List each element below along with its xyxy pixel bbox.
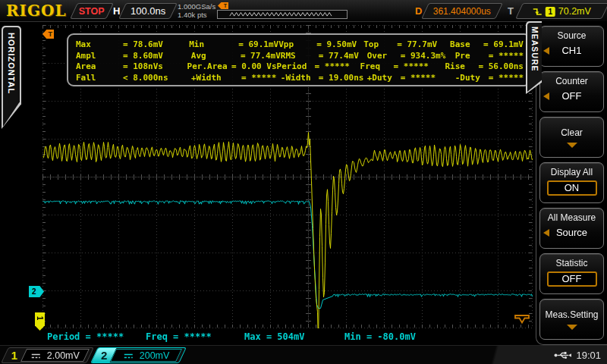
measure-value: < 8.000ns <box>123 73 168 83</box>
menu-button-clear[interactable]: Clear <box>539 117 604 158</box>
memory-waveform-icon <box>230 13 332 17</box>
measure-name: Period <box>277 61 315 71</box>
delay-label: D <box>415 5 422 17</box>
sample-rate: 1.000GSa/s <box>178 2 215 11</box>
falling-edge-icon <box>533 6 543 16</box>
channel1-number: 1 <box>5 348 24 362</box>
menu-button-label: Meas.Setting <box>540 309 603 320</box>
measure-cell: Max= 78.6mV <box>76 39 189 49</box>
measure-name: Rise <box>445 61 478 71</box>
left-arrow-icon <box>543 47 549 55</box>
bottom-measure-freq: Freq = ***** <box>146 331 212 342</box>
tab-measure-label: MEASURE <box>530 23 539 92</box>
measure-cell: Avg= 77.4mV <box>191 51 281 61</box>
measure-row: Area= 108nVsPer.Area= 0.00 VsPeriod= ***… <box>76 61 524 73</box>
measure-cell: Rise= 56.00ns <box>445 61 524 71</box>
oscilloscope-screen: RIGOL STOP H 100.0ns 1.000GSa/s 1.40k pt… <box>0 0 607 364</box>
measure-panel: Max= 78.6mVMin= 69.1mVVpp= 9.50mVTop= 77… <box>67 33 531 86</box>
measure-cell: Min= 69.1mV <box>189 39 278 49</box>
delay-value: 361.404000us <box>433 6 491 17</box>
menu-button-display-all[interactable]: Display AllON <box>539 162 604 203</box>
measure-row: Max= 78.6mVMin= 69.1mVVpp= 9.50mVTop= 77… <box>76 39 524 50</box>
measure-cell: Top= 77.7mV <box>363 39 450 49</box>
dc-coupling-icon <box>123 352 134 359</box>
menu-button-label: All Measure <box>540 212 603 223</box>
measure-name: Top <box>363 39 397 49</box>
menu-button-label: Counter <box>540 76 603 86</box>
tab-horizontal[interactable]: HORIZONTAL <box>2 26 21 129</box>
measure-value: = 934.3m% <box>401 51 446 61</box>
measure-cell: Pre= ***** <box>455 51 524 61</box>
timebase-display[interactable]: 100.0ns <box>118 3 178 19</box>
measure-cell: RMS= 77.4mV <box>281 51 367 61</box>
measure-cell: Fall< 8.000ns <box>76 73 191 83</box>
measure-value: = 77.4mV <box>241 51 281 61</box>
measure-value: = 77.7mV <box>397 39 437 49</box>
measure-menu: SourceCH1CounterOFFClearDisplay AllONAll… <box>536 21 607 345</box>
tab-measure[interactable]: MEASURE <box>526 21 542 94</box>
measure-cell: Over= 934.3m% <box>367 51 455 61</box>
measure-value: = ***** <box>489 73 524 83</box>
channel2-ground-marker[interactable]: 2 <box>29 286 44 297</box>
brand-logo: RIGOL <box>6 2 67 20</box>
menu-button-meas-setting[interactable]: Meas.Setting <box>539 299 604 340</box>
measure-cell: +Duty= ***** <box>367 73 455 83</box>
bottom-measure-min: Min = -80.0mV <box>344 331 416 342</box>
delay-display[interactable]: 361.404000us <box>421 3 503 19</box>
measure-name: Vpp <box>278 39 316 49</box>
measure-row: Fall< 8.000ns+Width= *****-Width= 19.00n… <box>76 72 524 83</box>
status-area: 19:01 <box>554 350 601 361</box>
menu-button-value: ON <box>547 180 597 196</box>
measure-value: = 0.00 Vs <box>231 61 277 71</box>
menu-button-value: Source <box>540 227 603 238</box>
measure-value: = ***** <box>401 73 436 83</box>
measure-cell: Period= ***** <box>277 61 360 71</box>
measure-cell: Ampl= 8.60mV <box>76 51 191 61</box>
channel2-scale-box: 200mV <box>110 349 182 362</box>
timebase-value: 100.0ns <box>131 5 165 17</box>
menu-button-value: OFF <box>540 90 603 102</box>
measure-value: = ***** <box>489 51 524 61</box>
trigger-info[interactable]: 1 70.2mV <box>515 3 607 19</box>
down-arrow-icon <box>567 143 577 148</box>
measure-value: = 8.60mV <box>123 51 163 61</box>
left-arrow-icon <box>543 229 549 237</box>
bottom-measure-period: Period = ***** <box>47 331 124 342</box>
horizontal-label: H <box>113 5 120 17</box>
dc-coupling-icon <box>30 352 42 359</box>
topbar: RIGOL STOP H 100.0ns 1.000GSa/s 1.40k pt… <box>0 0 607 22</box>
channel1-tab[interactable]: 12.00mV <box>1 347 94 363</box>
measure-cell: Vpp= 9.50mV <box>278 39 363 49</box>
memory-depth: 1.40k pts <box>178 11 215 19</box>
measure-value: = 19.00ns <box>319 73 364 83</box>
measure-value: = 78.6mV <box>123 39 163 49</box>
measure-name: +Duty <box>367 73 401 83</box>
measure-value: = 69.1mV <box>483 39 524 49</box>
measure-name: Min <box>189 39 238 49</box>
measure-value: = ***** <box>315 61 350 71</box>
tab-horizontal-label: HORIZONTAL <box>7 27 16 127</box>
channel2-tab[interactable]: 2200mV <box>90 347 187 363</box>
bottom-measure-max: Max = 504mV <box>244 331 304 342</box>
menu-button-counter[interactable]: CounterOFF <box>539 71 604 112</box>
usb-icon <box>554 351 572 359</box>
menu-button-all-measure[interactable]: All MeasureSource <box>539 208 604 249</box>
measure-cell: Freq= ***** <box>360 61 445 71</box>
menu-button-source[interactable]: SourceCH1 <box>539 26 604 67</box>
clock: 19:01 <box>576 350 601 361</box>
run-state-indicator[interactable]: STOP <box>70 3 114 19</box>
measure-cell: -Duty= ***** <box>455 73 524 83</box>
measure-name: -Duty <box>455 73 489 83</box>
measure-value: = 69.1mV <box>238 39 278 49</box>
tab-measure-inner: MEASURE <box>527 23 542 92</box>
channel2-scale: 200mV <box>140 350 170 361</box>
measure-cell: Per.Area= 0.00 Vs <box>187 61 277 71</box>
menu-button-statistic[interactable]: StatisticOFF <box>539 253 604 294</box>
measure-value: = 77.4mV <box>319 51 359 61</box>
measure-name: Freq <box>360 61 394 71</box>
measure-value: = 108nVs <box>123 61 163 71</box>
measure-row: Ampl= 8.60mVAvg= 77.4mVRMS= 77.4mVOver= … <box>76 50 524 61</box>
bottombar: 12.00mV2200mV 19:01 <box>0 345 607 364</box>
measure-value: = ***** <box>394 61 429 71</box>
bottom-measurements: Period = *****Freq = *****Max = 504mVMin… <box>0 331 536 344</box>
